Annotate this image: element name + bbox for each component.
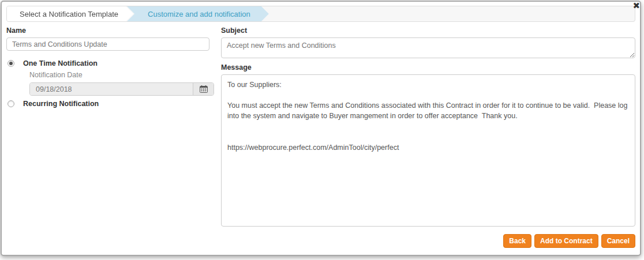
name-label: Name [6, 27, 209, 35]
dialog-footer: Back Add to Contract Cancel [2, 234, 640, 248]
notification-date-input [30, 83, 193, 95]
close-icon[interactable]: ✖ [631, 0, 641, 12]
recurring-notification-radio[interactable]: Recurring Notification [6, 100, 209, 108]
calendar-button[interactable] [193, 83, 214, 95]
wizard-step-select-template[interactable]: Select a Notification Template [7, 6, 133, 21]
cancel-button[interactable]: Cancel [601, 234, 635, 248]
wizard-step-label: Select a Notification Template [20, 10, 118, 18]
message-textarea[interactable]: To our Suppliers: You must accept the ne… [221, 74, 635, 227]
right-column: Subject Accept new Terms and Conditions … [221, 26, 635, 227]
subject-label: Subject [221, 27, 635, 35]
back-button[interactable]: Back [503, 234, 531, 248]
notification-date-label: Notification Date [29, 71, 209, 79]
wizard-step-customize[interactable]: Customize and add notification [127, 6, 269, 21]
customize-notification-dialog: ✖ Select a Notification Template Customi… [1, 1, 641, 256]
left-column: Name One Time Notification Notification … [6, 26, 209, 227]
subject-textarea[interactable]: Accept new Terms and Conditions [221, 37, 635, 58]
recurring-notification-label: Recurring Notification [23, 100, 99, 108]
message-label: Message [221, 63, 635, 71]
radio-selected-icon [8, 60, 14, 67]
one-time-notification-radio[interactable]: One Time Notification [6, 59, 209, 67]
add-to-contract-button[interactable]: Add to Contract [534, 234, 598, 248]
wizard-steps-bar: Select a Notification Template Customize… [6, 6, 635, 22]
notification-date-group [29, 82, 214, 96]
radio-unselected-icon [8, 100, 14, 107]
notification-date-section: Notification Date [29, 71, 209, 96]
name-input[interactable] [6, 37, 209, 51]
calendar-icon [200, 85, 208, 93]
wizard-step-label: Customize and add notification [148, 10, 250, 18]
one-time-notification-label: One Time Notification [23, 59, 98, 67]
dialog-content: Name One Time Notification Notification … [2, 22, 640, 227]
